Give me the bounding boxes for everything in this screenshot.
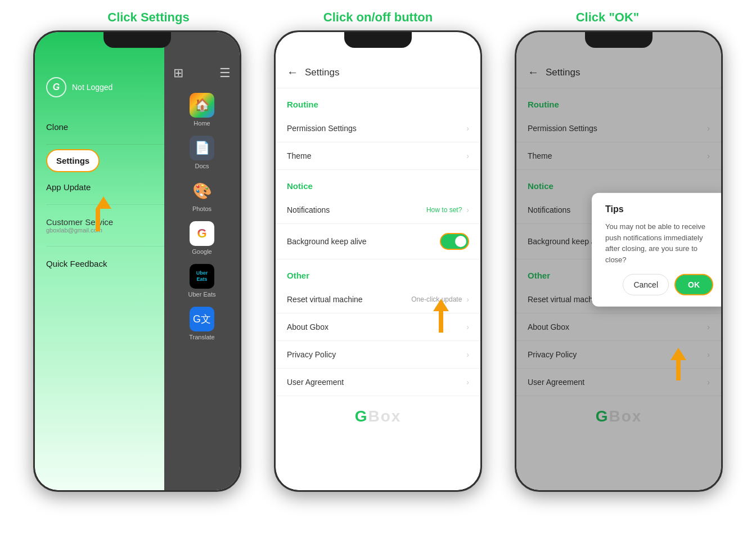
gbox-logo-icon: G xyxy=(46,77,66,97)
phone3: ← Settings Routine Permission Settings ›… xyxy=(515,30,723,492)
app-label-google: Google xyxy=(192,248,212,255)
gbox-footer-2: GBox xyxy=(276,396,480,437)
app-icon-photos: 🎨 xyxy=(190,178,214,203)
settings-header-3: ← Settings xyxy=(516,32,721,88)
drawer-app-grid: ⊞ ☰ 🏠 Home 📄 Docs xyxy=(164,32,240,490)
app-ubereats[interactable]: UberEats Uber Eats xyxy=(188,264,216,298)
settings-item-about-3: About Gbox › xyxy=(516,313,721,341)
section-routine-3: Routine xyxy=(516,88,721,115)
grid-icon: ⊞ xyxy=(173,66,183,80)
app-icon-google: G xyxy=(190,221,214,246)
settings-item-privacy-2[interactable]: Privacy Policy › xyxy=(276,341,480,369)
settings-screen-2: ← Settings Routine Permission Settings ›… xyxy=(276,32,480,490)
chevron-useragreement-2: › xyxy=(466,378,469,387)
label-theme-2: Theme xyxy=(287,151,312,160)
app-home[interactable]: 🏠 Home xyxy=(190,93,214,127)
chevron-about-2: › xyxy=(466,322,469,331)
chevron-notifications-2: › xyxy=(466,205,469,214)
toggle-arrow-shaft xyxy=(439,311,443,333)
settings-item-theme-2[interactable]: Theme › xyxy=(276,142,480,170)
chevron-permission-2: › xyxy=(466,124,469,133)
label-privacy-2: Privacy Policy xyxy=(287,350,336,359)
menu-icon: ☰ xyxy=(219,66,231,80)
settings-title-3: Settings xyxy=(546,67,580,78)
label-useragreement-2: User Agreement xyxy=(287,378,344,387)
app-label-docs: Docs xyxy=(195,163,209,169)
phone1: G Not Logged Clone Settings App Update C… xyxy=(33,30,241,492)
settings-item-notifications-2[interactable]: Notifications How to set? › xyxy=(276,196,480,224)
chevron-privacy-2: › xyxy=(466,350,469,359)
chevron-theme-2: › xyxy=(466,151,469,160)
step3-header: Click "OK" xyxy=(501,10,714,25)
tips-title: Tips xyxy=(605,204,713,214)
label-notifications-3: Notifications xyxy=(528,205,570,214)
tips-dialog: Tips You may not be able to receive push… xyxy=(592,193,721,307)
section-notice-2: Notice xyxy=(276,170,480,196)
settings-title-2: Settings xyxy=(305,67,339,78)
label-permission-2: Permission Settings xyxy=(287,124,357,133)
settings-header-2: ← Settings xyxy=(276,32,480,88)
drawer-item-clone[interactable]: Clone xyxy=(46,114,164,140)
label-reset-2: Reset virtual machine xyxy=(287,295,363,304)
app-photos[interactable]: 🎨 Photos xyxy=(190,178,214,212)
label-permission-3: Permission Settings xyxy=(528,124,597,133)
drawer-logo-text: Not Logged xyxy=(72,83,112,92)
drawer-logo: G Not Logged xyxy=(46,77,164,97)
settings-item-about-2[interactable]: About Gbox › xyxy=(276,313,480,341)
drawer-item-feedback[interactable]: Quick Feedback xyxy=(46,251,164,276)
label-background-2: Background keep alive xyxy=(287,237,367,246)
app-label-photos: Photos xyxy=(192,205,212,212)
ok-arrow-head xyxy=(670,348,686,360)
ok-arrow-indicator xyxy=(670,348,686,380)
drawer-right-header: ⊞ ☰ xyxy=(164,66,240,87)
tips-buttons: Cancel OK xyxy=(605,274,713,295)
app-icon-ubereats: UberEats xyxy=(190,264,214,289)
settings-item-theme-3: Theme › xyxy=(516,142,721,170)
label-notifications-2: Notifications xyxy=(287,205,330,214)
label-about-2: About Gbox xyxy=(287,322,328,331)
back-arrow-3: ← xyxy=(528,66,539,79)
label-useragreement-3: User Agreement xyxy=(528,378,584,387)
label-about-3: About Gbox xyxy=(528,322,569,331)
app-docs[interactable]: 📄 Docs xyxy=(190,136,214,169)
background-toggle-2[interactable] xyxy=(440,233,469,250)
section-routine-2: Routine xyxy=(276,88,480,115)
toggle-arrow-head xyxy=(433,299,449,311)
settings-item-useragreement-3: User Agreement › xyxy=(516,369,721,396)
tips-cancel-button[interactable]: Cancel xyxy=(623,274,669,295)
app-translate[interactable]: G文 Translate xyxy=(189,307,214,340)
gbox-footer-3: GBox xyxy=(516,396,721,437)
ok-arrow-shaft xyxy=(676,360,681,380)
app-label-translate: Translate xyxy=(189,334,214,340)
app-icon-home: 🏠 xyxy=(190,93,214,118)
tips-ok-button[interactable]: OK xyxy=(674,274,713,295)
phone2: ← Settings Routine Permission Settings ›… xyxy=(274,30,482,492)
settings-item-privacy-3: Privacy Policy › xyxy=(516,341,721,369)
settings-item-permission-2[interactable]: Permission Settings › xyxy=(276,115,480,142)
chevron-privacy-3: › xyxy=(707,350,710,359)
settings-item-useragreement-2[interactable]: User Agreement › xyxy=(276,369,480,396)
label-privacy-3: Privacy Policy xyxy=(528,350,577,359)
tips-body: You may not be able to receive push noti… xyxy=(605,221,713,265)
step2-header: Click on/off button xyxy=(271,10,485,25)
drawer-menu: G Not Logged Clone Settings App Update C… xyxy=(35,32,164,490)
chevron-about-3: › xyxy=(707,322,710,331)
chevron-reset-2: › xyxy=(466,295,469,304)
settings-item-reset-2[interactable]: Reset virtual machine One-click update › xyxy=(276,286,480,313)
settings-item-permission-3: Permission Settings › xyxy=(516,115,721,142)
app-label-home: Home xyxy=(194,120,210,127)
drawer-item-settings[interactable]: Settings xyxy=(46,149,100,172)
app-google[interactable]: G Google xyxy=(190,221,214,255)
settings-item-background-2[interactable]: Background keep alive xyxy=(276,224,480,259)
app-icon-docs: 📄 xyxy=(190,136,214,160)
settings-arrow-indicator xyxy=(96,196,111,231)
label-theme-3: Theme xyxy=(528,151,552,160)
chevron-useragreement-3: › xyxy=(707,378,710,387)
back-arrow-2[interactable]: ← xyxy=(287,66,298,79)
app-label-ubereats: Uber Eats xyxy=(188,291,216,298)
chevron-permission-3: › xyxy=(707,124,710,133)
section-other-2: Other xyxy=(276,259,480,286)
chevron-theme-3: › xyxy=(707,151,710,160)
app-icon-translate: G文 xyxy=(190,307,214,331)
how-to-set-2: How to set? xyxy=(426,206,462,214)
